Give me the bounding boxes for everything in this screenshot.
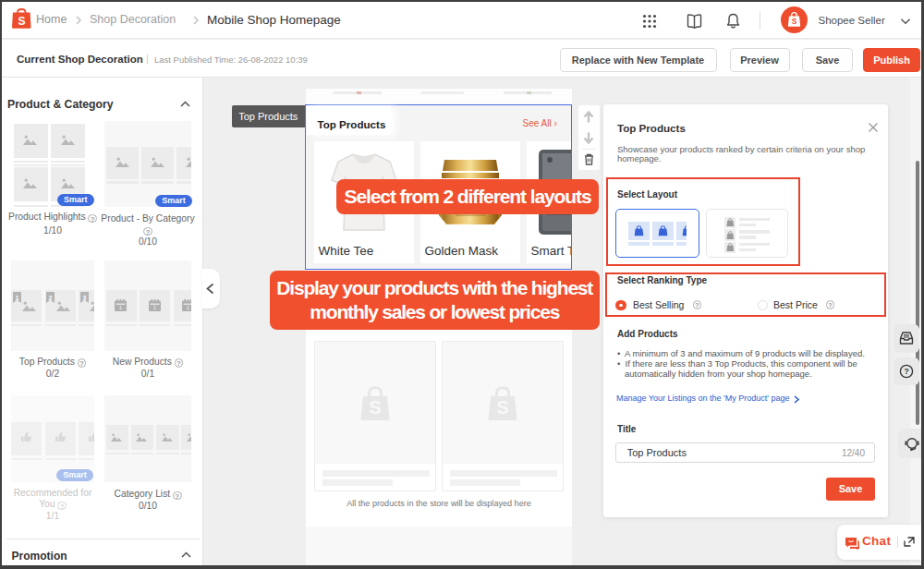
svg-text:S: S bbox=[369, 397, 381, 418]
svg-text:2: 2 bbox=[49, 294, 53, 300]
svg-text:1: 1 bbox=[15, 294, 18, 300]
svg-text:S: S bbox=[792, 17, 797, 26]
svg-text:3: 3 bbox=[82, 294, 86, 300]
svg-text:S: S bbox=[496, 397, 508, 418]
svg-text:S: S bbox=[18, 15, 25, 28]
svg-text:?: ? bbox=[905, 367, 910, 376]
